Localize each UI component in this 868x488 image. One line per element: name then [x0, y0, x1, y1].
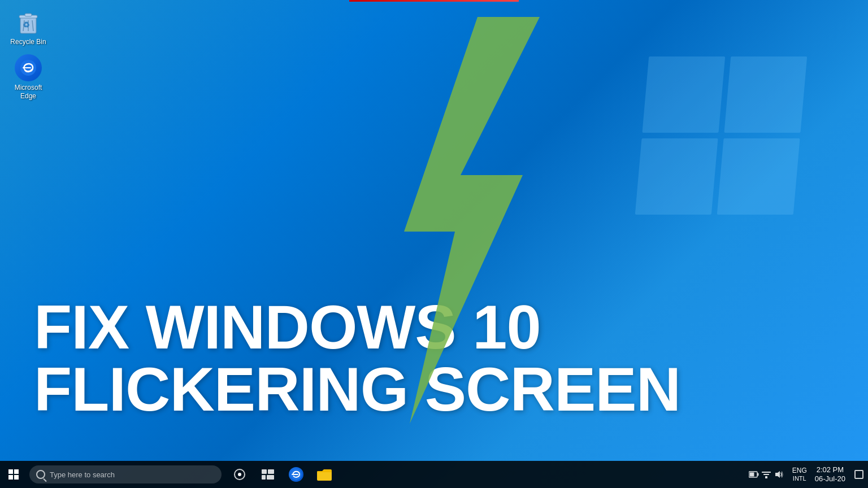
svg-rect-13 — [267, 475, 274, 480]
search-icon — [36, 470, 45, 479]
task-view-button[interactable] — [254, 461, 281, 488]
battery-icon[interactable] — [748, 469, 760, 480]
start-pane-4 — [14, 475, 19, 480]
svg-rect-3 — [25, 14, 32, 16]
desktop: ♻ Recycle Bin Microsoft Edge F — [0, 0, 868, 488]
start-pane-2 — [14, 469, 19, 474]
svg-rect-20 — [765, 476, 767, 478]
svg-rect-18 — [757, 473, 758, 476]
system-tray: ENG INTL 2:02 PM 06-Jul-20 — [744, 461, 868, 488]
file-explorer-icon — [317, 468, 332, 481]
recycle-bin-label: Recycle Bin — [10, 38, 46, 46]
file-explorer-button[interactable] — [311, 461, 338, 488]
notification-center-button[interactable] — [850, 461, 868, 488]
tray-icons — [744, 469, 789, 480]
top-progress-bar — [349, 0, 519, 2]
volume-icon[interactable] — [773, 469, 784, 480]
desktop-icons: ♻ Recycle Bin Microsoft Edge — [6, 6, 51, 103]
svg-marker-23 — [775, 471, 780, 478]
taskbar-apps — [226, 461, 338, 488]
edge-label: Microsoft Edge — [8, 84, 48, 100]
language-indicator[interactable]: ENG INTL — [789, 467, 810, 482]
clock-date: 06-Jul-20 — [815, 474, 845, 483]
svg-rect-12 — [262, 475, 266, 480]
clock-time: 2:02 PM — [817, 465, 844, 474]
recycle-bin-icon[interactable]: ♻ Recycle Bin — [6, 6, 51, 49]
start-button[interactable] — [0, 461, 27, 488]
lightning-bolt — [348, 17, 540, 426]
edge-taskbar-icon — [289, 467, 303, 482]
search-placeholder: Type here to search — [50, 470, 115, 479]
svg-marker-0 — [404, 17, 540, 424]
language-primary: ENG — [792, 467, 807, 474]
svg-rect-10 — [262, 469, 267, 474]
svg-rect-22 — [762, 472, 771, 473]
microsoft-edge-icon[interactable]: Microsoft Edge — [6, 51, 51, 103]
cortana-button[interactable] — [226, 461, 253, 488]
start-icon — [8, 469, 19, 480]
start-pane-3 — [8, 475, 13, 480]
notification-icon — [854, 470, 863, 479]
start-pane-1 — [8, 469, 13, 474]
edge-image — [15, 54, 42, 81]
taskbar: Type here to search — [0, 461, 868, 488]
svg-rect-19 — [749, 473, 754, 477]
svg-rect-11 — [268, 469, 274, 474]
system-clock[interactable]: 2:02 PM 06-Jul-20 — [810, 461, 850, 488]
search-bar[interactable]: Type here to search — [29, 465, 222, 483]
svg-rect-16 — [317, 471, 332, 481]
edge-taskbar-button[interactable] — [283, 461, 310, 488]
cortana-icon — [234, 469, 245, 480]
network-icon[interactable] — [761, 469, 772, 480]
svg-text:♻: ♻ — [23, 20, 30, 29]
cortana-dot — [238, 473, 241, 476]
edge-logo — [15, 54, 42, 81]
windows-logo-watermark — [642, 56, 800, 215]
recycle-bin-image: ♻ — [15, 8, 42, 36]
language-secondary: INTL — [793, 475, 806, 482]
task-view-icon — [262, 469, 274, 480]
svg-rect-21 — [763, 474, 769, 475]
